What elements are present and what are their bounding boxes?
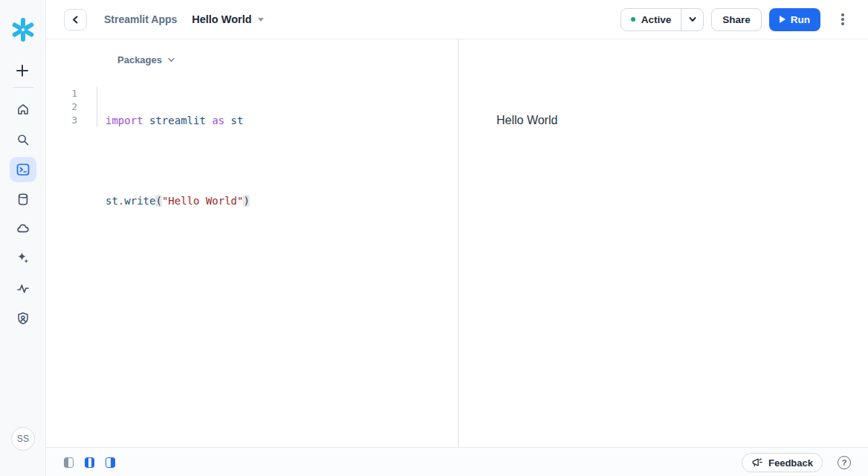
status-split-button: Active bbox=[621, 8, 705, 31]
split-view-icon bbox=[85, 458, 88, 467]
sidebar-item-cloud[interactable] bbox=[16, 221, 30, 236]
editor-only-icon bbox=[65, 458, 68, 467]
code-token: streamlit bbox=[143, 115, 213, 126]
code-line-2 bbox=[106, 154, 250, 167]
status-dot-icon bbox=[631, 17, 635, 22]
status-label: Active bbox=[641, 14, 672, 25]
chevron-down-icon bbox=[688, 15, 697, 24]
breadcrumb: Streamlit Apps Hello World bbox=[104, 0, 264, 39]
code-editor-content[interactable]: import streamlit as st st.write("Hello W… bbox=[106, 87, 250, 234]
caret-down-icon bbox=[258, 18, 264, 22]
app-title-dropdown[interactable]: Hello World bbox=[192, 13, 263, 25]
code-token: "Hello World" bbox=[162, 195, 244, 207]
code-token: as bbox=[212, 115, 224, 126]
sidebar: SS bbox=[0, 0, 46, 476]
code-token: write bbox=[124, 195, 155, 207]
page-title: Hello World bbox=[192, 13, 251, 25]
chevron-left-icon bbox=[71, 16, 80, 24]
line-number: 2 bbox=[46, 100, 77, 114]
preview-only-icon bbox=[111, 458, 115, 467]
code-token: ) bbox=[243, 195, 249, 207]
help-button[interactable]: ? bbox=[838, 456, 851, 469]
back-button[interactable] bbox=[64, 9, 87, 30]
app-preview-pane: Hello World bbox=[459, 39, 868, 447]
sidebar-item-admin[interactable] bbox=[16, 311, 30, 326]
layout-toggles bbox=[64, 457, 115, 468]
preview-output-text: Hello World bbox=[496, 114, 557, 127]
code-token: st bbox=[224, 115, 243, 126]
bottom-bar: Feedback ? bbox=[46, 447, 868, 476]
question-mark-icon: ? bbox=[842, 458, 847, 467]
sidebar-item-data[interactable] bbox=[16, 192, 30, 207]
code-line-1: import streamlit as st bbox=[106, 114, 250, 127]
packages-label: Packages bbox=[117, 54, 162, 65]
line-number: 3 bbox=[46, 114, 77, 127]
gutter-divider bbox=[97, 87, 97, 127]
share-button[interactable]: Share bbox=[711, 8, 762, 31]
sidebar-divider bbox=[13, 87, 33, 88]
layout-editor-only-button[interactable] bbox=[64, 457, 74, 468]
run-button[interactable]: Run bbox=[769, 8, 820, 31]
code-token: import bbox=[106, 115, 143, 126]
sidebar-item-search[interactable] bbox=[16, 132, 30, 147]
code-editor-pane: Packages 1 2 3 import streamlit as st st… bbox=[46, 39, 459, 447]
play-icon bbox=[780, 16, 786, 23]
line-number-gutter: 1 2 3 bbox=[46, 87, 77, 127]
code-token: ( bbox=[155, 195, 161, 207]
avatar-initials: SS bbox=[17, 434, 30, 444]
layout-split-view-button[interactable] bbox=[85, 457, 94, 468]
sidebar-item-home[interactable] bbox=[16, 102, 30, 117]
sidebar-item-projects[interactable] bbox=[10, 157, 36, 182]
layout-preview-only-button[interactable] bbox=[106, 457, 115, 468]
snowflake-logo-icon bbox=[10, 16, 36, 43]
line-number: 1 bbox=[46, 87, 77, 100]
code-token: st bbox=[106, 195, 118, 207]
code-line-3: st.write("Hello World") bbox=[106, 194, 250, 208]
status-button[interactable]: Active bbox=[621, 9, 681, 30]
packages-dropdown[interactable]: Packages bbox=[117, 51, 175, 68]
terminal-icon bbox=[16, 162, 30, 177]
sidebar-item-ai-sparkles[interactable] bbox=[16, 251, 30, 266]
new-item-button[interactable] bbox=[15, 63, 30, 78]
breadcrumb-section[interactable]: Streamlit Apps bbox=[104, 13, 177, 25]
more-options-button[interactable] bbox=[838, 8, 847, 31]
megaphone-icon bbox=[751, 457, 763, 469]
run-label: Run bbox=[791, 14, 810, 25]
status-dropdown-button[interactable] bbox=[681, 9, 703, 30]
header-actions: Active Share Run bbox=[621, 0, 847, 39]
sidebar-item-monitoring[interactable] bbox=[16, 281, 30, 296]
chevron-down-icon bbox=[167, 56, 175, 64]
feedback-label: Feedback bbox=[768, 457, 813, 469]
feedback-button[interactable]: Feedback bbox=[742, 453, 823, 472]
app-header: Streamlit Apps Hello World Active Share … bbox=[46, 0, 868, 39]
user-avatar[interactable]: SS bbox=[11, 427, 35, 451]
